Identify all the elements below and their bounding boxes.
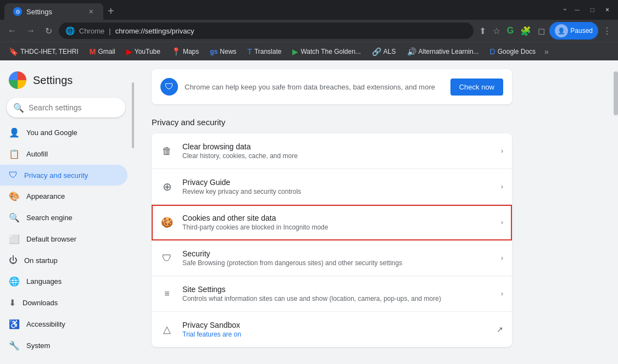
bookmark-button[interactable]: ☆ [491, 24, 503, 38]
window-tab-overflow[interactable]: ⌄ [562, 4, 568, 16]
maps-label: Maps [183, 48, 199, 55]
sidebar-nav: 👤 You and Google 📋 Autofill 🛡 Privacy an… [0, 122, 132, 364]
security-desc: Safe Browsing (protection from dangerous… [182, 259, 492, 267]
alt-learning-icon: 🔊 [407, 47, 416, 56]
sidebar-item-accessibility[interactable]: ♿ Accessibility [0, 313, 127, 335]
bookmark-gmail[interactable]: M Gmail [85, 46, 120, 58]
sidebar-item-system[interactable]: 🔧 System [0, 335, 127, 356]
grammarly-icon[interactable]: G [505, 24, 516, 38]
url-bar[interactable]: 🌐 Chrome | chrome://settings/privacy [59, 23, 474, 39]
autofill-label: Autofill [26, 150, 48, 158]
tab-close-btn[interactable]: × [88, 6, 94, 17]
clear-browsing-title: Clear browsing data [182, 142, 492, 151]
gmail-icon: M [90, 47, 96, 56]
appearance-label: Appearance [26, 192, 65, 200]
share-button[interactable]: ⬆ [477, 24, 488, 38]
sidebar-item-you-and-google[interactable]: 👤 You and Google [0, 122, 127, 143]
languages-label: Languages [26, 277, 62, 285]
search-box[interactable]: 🔍 [7, 98, 125, 117]
search-input[interactable] [29, 103, 125, 112]
url-path: chrome://settings/privacy [115, 27, 194, 35]
content-inner: 🛡 Chrome can help keep you safe from dat… [134, 60, 530, 356]
toolbar-icons: ⬆ ☆ G 🧩 ◻ 👤 Paused ⋮ [477, 22, 614, 40]
url-separator: | [109, 27, 110, 35]
google-docs-icon: D [490, 47, 495, 56]
bookmark-maps[interactable]: 📍 Maps [167, 46, 203, 58]
sidebar-item-default-browser[interactable]: ⬜ Default browser [0, 228, 127, 250]
sidebar-item-search-engine[interactable]: 🔍 Search engine [0, 207, 127, 228]
privacy-sandbox-item[interactable]: △ Privacy Sandbox Trial features are on … [152, 312, 512, 347]
system-label: System [26, 341, 50, 350]
content-scrollbar[interactable] [614, 60, 618, 364]
paused-label: Paused [570, 27, 593, 35]
address-bar: ← → ↻ 🌐 Chrome | chrome://settings/priva… [0, 20, 618, 42]
privacy-sandbox-icon: △ [160, 323, 174, 336]
site-settings-text: Site Settings Controls what information … [182, 285, 492, 303]
forward-button[interactable]: → [23, 24, 38, 38]
search-engine-label: Search engine [26, 214, 73, 222]
privacy-sandbox-text: Privacy Sandbox Trial features are on [182, 321, 488, 338]
maximize-button[interactable]: □ [586, 4, 599, 16]
url-site-label: Chrome [79, 27, 104, 35]
minimize-button[interactable]: ─ [570, 4, 584, 16]
bookmark-news[interactable]: gs News [205, 46, 241, 57]
watch-label: Watch The Golden... [300, 48, 360, 55]
safe-browsing-banner: 🛡 Chrome can help keep you safe from dat… [152, 69, 512, 104]
settings-tab[interactable]: ⚙ Settings × [4, 3, 103, 20]
security-item[interactable]: 🛡 Security Safe Browsing (protection fro… [152, 240, 512, 276]
default-browser-label: Default browser [26, 235, 76, 243]
settings-title: Settings [33, 74, 73, 87]
refresh-button[interactable]: ↻ [42, 24, 55, 38]
clear-browsing-desc: Clear history, cookies, cache, and more [182, 152, 492, 160]
privacy-guide-item[interactable]: ⊕ Privacy Guide Review key privacy and s… [152, 169, 512, 205]
youtube-label: YouTube [135, 48, 160, 55]
news-icon: gs [210, 48, 218, 55]
bookmark-youtube[interactable]: ▶ YouTube [122, 46, 165, 58]
cookies-item[interactable]: 🍪 Cookies and other site data Third-part… [152, 205, 512, 240]
settings-header: Settings [0, 65, 132, 93]
bookmark-thdc[interactable]: 🔖 THDC-IHET, TEHRI [4, 46, 83, 58]
bookmark-alt-learning[interactable]: 🔊 Alternative Learnin... [403, 46, 483, 58]
watch-icon: ▶ [292, 47, 298, 56]
back-button[interactable]: ← [4, 24, 20, 38]
maps-icon: 📍 [171, 47, 181, 56]
tab-title: Settings [26, 8, 52, 16]
url-site-icon: 🌐 [65, 26, 75, 35]
sidebar-item-autofill[interactable]: 📋 Autofill [0, 143, 127, 165]
close-button[interactable]: × [601, 4, 614, 16]
sidebar-item-downloads[interactable]: ⬇ Downloads [0, 292, 127, 313]
privacy-guide-arrow: › [501, 183, 503, 191]
bookmark-google-docs[interactable]: D Google Docs [486, 46, 541, 58]
autofill-icon: 📋 [9, 149, 20, 159]
security-arrow: › [501, 254, 503, 262]
section-heading: Privacy and security [152, 117, 512, 127]
security-text: Security Safe Browsing (protection from … [182, 249, 492, 267]
sidebar-item-on-startup[interactable]: ⏻ On startup [0, 250, 127, 271]
gmail-label: Gmail [98, 48, 115, 55]
privacy-sandbox-ext-link: ↗ [497, 325, 503, 334]
check-now-button[interactable]: Check now [450, 79, 503, 96]
paused-button[interactable]: 👤 Paused [549, 22, 598, 40]
safe-banner-text: Chrome can help keep you safe from data … [185, 83, 444, 91]
sidebar-item-languages[interactable]: 🌐 Languages [0, 271, 127, 292]
cast-button[interactable]: ◻ [536, 24, 547, 38]
clear-browsing-item[interactable]: 🗑 Clear browsing data Clear history, coo… [152, 133, 512, 169]
security-icon: 🛡 [160, 251, 174, 265]
bookmark-translate[interactable]: T Translate [243, 46, 286, 58]
privacy-guide-icon: ⊕ [160, 180, 174, 193]
extensions-button[interactable]: 🧩 [518, 24, 533, 38]
bookmark-watch[interactable]: ▶ Watch The Golden... [288, 46, 365, 58]
search-engine-icon: 🔍 [9, 212, 20, 223]
new-tab-button[interactable]: + [103, 3, 119, 20]
sidebar-item-privacy-security[interactable]: 🛡 Privacy and security [0, 165, 127, 186]
accessibility-icon: ♿ [9, 319, 20, 329]
site-settings-item[interactable]: ≡ Site Settings Controls what informatio… [152, 276, 512, 312]
sidebar-item-reset[interactable]: ↺ Reset and clean up [0, 356, 127, 364]
bookmarks-overflow[interactable]: » [544, 47, 549, 56]
reset-icon: ↺ [9, 362, 16, 364]
menu-button[interactable]: ⋮ [600, 24, 614, 38]
bookmark-als[interactable]: 🔗 ALS [368, 46, 400, 58]
youtube-icon: ▶ [126, 47, 132, 56]
sidebar-item-appearance[interactable]: 🎨 Appearance [0, 186, 127, 207]
cookies-desc: Third-party cookies are blocked in Incog… [182, 223, 492, 231]
